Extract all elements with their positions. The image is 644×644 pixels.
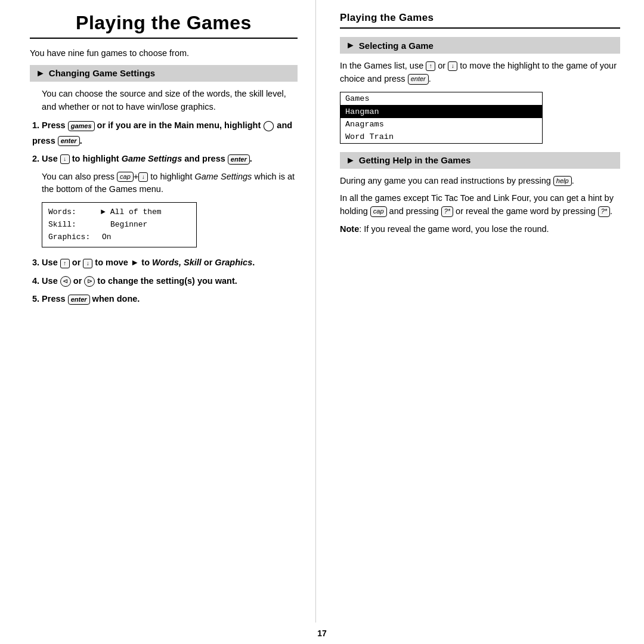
settings-row-words: Words: ► All of them xyxy=(48,206,190,219)
section-selecting-arrow-icon: ► xyxy=(346,40,355,51)
games-list-header: Games xyxy=(340,92,542,106)
settings-row-skill: Skill: Beginner xyxy=(48,219,190,231)
enter-key-4: enter xyxy=(408,74,429,84)
step-1: 1. Press games or if you are in the Main… xyxy=(30,118,298,147)
enter-key-3: enter xyxy=(68,295,90,305)
enter-key-2: enter xyxy=(228,154,250,165)
help-key: help xyxy=(553,176,572,186)
page-number: 17 xyxy=(0,623,644,644)
settings-value-skill: Beginner xyxy=(110,219,147,231)
games-list-box: Games Hangman Anagrams Word Train xyxy=(340,92,543,144)
question-key-1: ?* xyxy=(441,206,453,216)
changing-settings-desc: You can choose the source and size of th… xyxy=(30,88,298,114)
step1-num: 1. Press games or if you are in the Main… xyxy=(32,120,261,130)
down-arrow-key-3: ↓ xyxy=(83,259,92,268)
left-circle-key: ⊲ xyxy=(60,276,71,287)
down-arrow-key-1: ↓ xyxy=(60,154,70,164)
down-arrow-key-4: ↓ xyxy=(448,61,457,71)
step-5: 5. Press enter when done. xyxy=(30,292,298,305)
game-hangman-row: Hangman xyxy=(340,106,542,118)
step-3: 3. Use ↑ or ↓ to move ► to Words, Skill … xyxy=(30,256,298,269)
section-selecting-heading: ► Selecting a Game xyxy=(340,37,620,54)
left-intro: You have nine fun games to choose from. xyxy=(30,47,298,60)
step2-text: 2. Use ↓ to highlight Game Settings and … xyxy=(32,154,252,163)
left-title: Playing the Games xyxy=(30,12,298,34)
settings-label-words: Words: xyxy=(48,206,96,219)
section-help-label: Getting Help in the Games xyxy=(359,155,471,165)
note-label: Note xyxy=(340,224,359,234)
section-selecting-label: Selecting a Game xyxy=(359,41,434,51)
question-key-2: ?* xyxy=(598,206,610,216)
step4-end: to change the setting(s) you want. xyxy=(97,276,237,286)
help-para1: During any game you can read instruction… xyxy=(340,175,620,188)
game-wordtrain-row: Word Train xyxy=(340,131,542,143)
settings-value-graphics: On xyxy=(102,231,112,244)
up-arrow-key: ↑ xyxy=(60,259,70,268)
step3-text: to move ► to Words, Skill or Graphics. xyxy=(95,258,255,267)
section-help-arrow-icon: ► xyxy=(346,155,355,166)
step4-or: or xyxy=(73,276,85,286)
section-help-heading: ► Getting Help in the Games xyxy=(340,152,620,169)
games-key: games xyxy=(68,121,95,131)
step4-text: 4. Use xyxy=(32,276,60,286)
enter-key-1: enter xyxy=(58,136,80,146)
right-circle-key: ⊳ xyxy=(84,276,95,287)
step2-subtext: You can also press cap+↓ to highlight Ga… xyxy=(30,171,298,197)
step-2: 2. Use ↓ to highlight Game Settings and … xyxy=(30,152,298,165)
help-note: Note: If you reveal the game word, you l… xyxy=(340,223,620,236)
main-menu-icon: ◯ xyxy=(263,120,274,131)
settings-arrow-words: ► xyxy=(101,206,106,219)
game-anagrams-row: Anagrams xyxy=(340,118,542,131)
settings-box: Words: ► All of them Skill: Beginner Gra… xyxy=(42,202,197,247)
two-col-layout: Playing the Games You have nine fun game… xyxy=(0,0,644,623)
left-header: Playing the Games xyxy=(30,12,298,34)
left-column: Playing the Games You have nine fun game… xyxy=(0,0,316,623)
section-arrow-icon: ► xyxy=(36,68,45,79)
settings-label-graphics: Graphics: xyxy=(48,231,96,244)
left-rule xyxy=(30,38,298,39)
right-rule xyxy=(340,27,620,29)
step3-num: 3. Use xyxy=(32,258,60,267)
page-container: Playing the Games You have nine fun game… xyxy=(0,0,644,644)
right-column: Playing the Games ► Selecting a Game In … xyxy=(316,0,644,623)
step-4: 4. Use ⊲ or ⊳ to change the setting(s) y… xyxy=(30,274,298,287)
step3-or: or xyxy=(72,258,83,267)
section-changing-settings-label: Changing Game Settings xyxy=(49,68,155,78)
settings-value-words: All of them xyxy=(110,206,162,219)
up-arrow-key-2: ↑ xyxy=(426,61,435,71)
right-header: Playing the Games xyxy=(340,12,620,24)
cap-key-2: cap xyxy=(370,206,387,216)
settings-row-graphics: Graphics: On xyxy=(48,231,190,244)
help-para2: In all the games except Tic Tac Toe and … xyxy=(340,192,620,218)
right-title: Playing the Games xyxy=(340,12,620,24)
cap-key-1: cap xyxy=(117,172,134,182)
down-arrow-key-2: ↓ xyxy=(138,172,148,182)
settings-label-skill: Skill: xyxy=(48,219,96,231)
section-changing-settings-heading: ► Changing Game Settings xyxy=(30,65,298,82)
selecting-text: In the Games list, use ↑ or ↓ to move th… xyxy=(340,60,620,86)
step5-text: 5. Press enter when done. xyxy=(32,294,140,304)
